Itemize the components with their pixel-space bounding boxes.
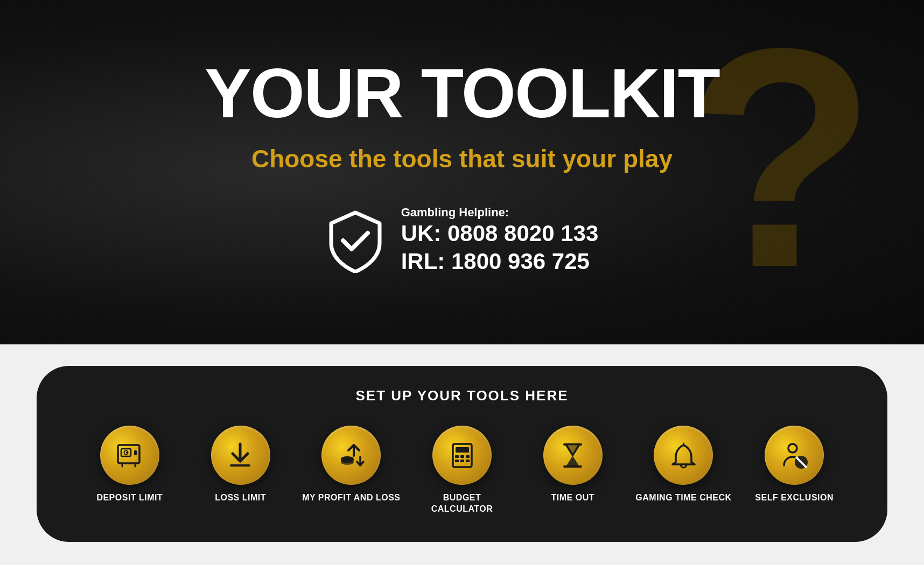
helpline-label: Gambling Helpline: — [401, 206, 599, 220]
budget-calculator-label: BUDGET CALCULATOR — [412, 492, 512, 515]
toolkit-card: SET UP YOUR TOOLS HERE DEPOSIT LIMIT — [37, 366, 887, 542]
tool-profit-loss[interactable]: MY PROFIT AND LOSS — [301, 426, 401, 504]
download-arrow-icon — [226, 441, 255, 470]
tool-loss-limit[interactable]: LOSS LIMIT — [191, 426, 291, 504]
hero-subtitle: Choose the tools that suit your play — [251, 144, 673, 173]
helpline-box: Gambling Helpline: UK: 0808 8020 133 IRL… — [326, 206, 599, 276]
gaming-time-check-icon-circle — [654, 426, 713, 485]
tool-time-out[interactable]: TIME OUT — [523, 426, 623, 504]
bell-icon — [669, 441, 698, 470]
profit-loss-icon-circle — [321, 426, 381, 485]
decorative-question-mark: ? — [639, 0, 908, 344]
safe-icon — [115, 441, 144, 470]
svg-rect-21 — [460, 460, 464, 462]
tool-self-exclusion[interactable]: SELF EXCLUSION — [744, 426, 844, 504]
svg-rect-20 — [455, 460, 459, 462]
toolkit-heading: SET UP YOUR TOOLS HERE — [355, 387, 568, 404]
tool-gaming-time-check[interactable]: GAMING TIME CHECK — [634, 426, 734, 504]
helpline-text: Gambling Helpline: UK: 0808 8020 133 IRL… — [401, 206, 599, 276]
hourglass-icon — [558, 441, 587, 470]
svg-rect-22 — [466, 460, 470, 462]
budget-calculator-icon-circle — [432, 426, 492, 485]
svg-point-26 — [788, 444, 797, 453]
toolkit-section: SET UP YOUR TOOLS HERE DEPOSIT LIMIT — [0, 344, 924, 565]
loss-limit-label: LOSS LIMIT — [215, 492, 266, 504]
tool-budget-calculator[interactable]: BUDGET CALCULATOR — [412, 426, 512, 515]
svg-rect-18 — [460, 455, 464, 458]
deposit-limit-icon-circle — [100, 426, 159, 485]
svg-rect-19 — [466, 455, 470, 458]
person-block-icon — [780, 441, 809, 470]
svg-point-13 — [341, 456, 354, 462]
svg-rect-16 — [456, 447, 469, 453]
shield-checkmark-icon — [326, 208, 385, 273]
gaming-time-check-label: GAMING TIME CHECK — [635, 492, 731, 504]
loss-limit-icon-circle — [211, 426, 270, 485]
self-exclusion-icon-circle — [765, 426, 824, 485]
time-out-icon-circle — [543, 426, 603, 485]
hero-title: YOUR TOOLKIT — [205, 58, 719, 128]
self-exclusion-label: SELF EXCLUSION — [755, 492, 834, 504]
svg-rect-5 — [134, 450, 137, 455]
calculator-icon — [447, 441, 477, 470]
tools-row: DEPOSIT LIMIT LOSS LIMIT — [80, 426, 844, 515]
tool-deposit-limit[interactable]: DEPOSIT LIMIT — [80, 426, 180, 504]
deposit-limit-label: DEPOSIT LIMIT — [96, 492, 163, 504]
helpline-uk: UK: 0808 8020 133 IRL: 1800 936 725 — [401, 220, 599, 276]
svg-rect-17 — [455, 455, 459, 458]
hero-section: ? YOUR TOOLKIT Choose the tools that sui… — [0, 0, 924, 344]
time-out-label: TIME OUT — [551, 492, 594, 504]
profit-loss-label: MY PROFIT AND LOSS — [302, 492, 400, 504]
coins-up-icon — [337, 441, 366, 470]
